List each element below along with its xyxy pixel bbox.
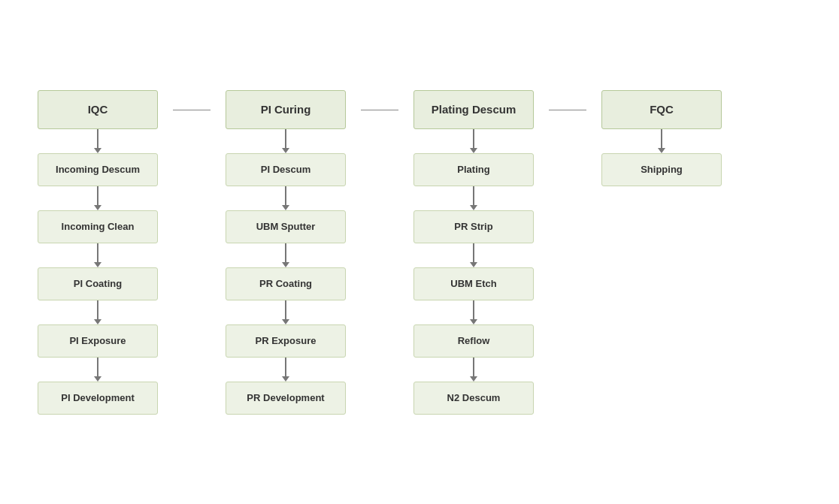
node-pr-development: PR Development — [226, 382, 346, 415]
node-incoming-descum: Incoming Descum — [38, 153, 158, 186]
separator-1-2 — [173, 90, 211, 111]
arrow-3-3 — [470, 243, 477, 267]
arrow-2-3 — [282, 243, 289, 267]
arrow-2-1 — [282, 129, 289, 153]
column-1: IQC Incoming Descum Incoming Clean PI Co… — [23, 90, 173, 415]
separator-2-3 — [361, 90, 398, 111]
arrow-1-2 — [94, 186, 101, 210]
column-4: FQC Shipping — [586, 90, 737, 186]
node-ubm-sputter: UBM Sputter — [226, 210, 346, 243]
node-pi-curing: PI Curing — [226, 90, 346, 129]
arrow-1-5 — [94, 358, 101, 382]
arrow-2-2 — [282, 186, 289, 210]
node-ubm-etch: UBM Etch — [413, 267, 534, 300]
arrow-2-5 — [282, 358, 289, 382]
arrow-1-4 — [94, 300, 101, 324]
arrow-3-5 — [470, 358, 477, 382]
node-incoming-clean: Incoming Clean — [38, 210, 158, 243]
node-shipping: Shipping — [601, 153, 722, 186]
arrow-4-1 — [658, 129, 665, 153]
column-2: PI Curing PI Descum UBM Sputter PR Coati… — [211, 90, 361, 415]
process-flow-diagram: IQC Incoming Descum Incoming Clean PI Co… — [0, 68, 839, 437]
node-pi-development: PI Development — [38, 382, 158, 415]
node-n2-descum: N2 Descum — [413, 382, 534, 415]
node-pi-exposure: PI Exposure — [38, 324, 158, 358]
node-iqc: IQC — [38, 90, 158, 129]
node-pr-coating: PR Coating — [226, 267, 346, 300]
arrow-2-4 — [282, 300, 289, 324]
node-plating-descum: Plating Descum — [413, 90, 534, 129]
arrow-1-1 — [94, 129, 101, 153]
node-pi-coating: PI Coating — [38, 267, 158, 300]
node-pr-strip: PR Strip — [413, 210, 534, 243]
column-3: Plating Descum Plating PR Strip UBM Etch… — [398, 90, 549, 415]
node-plating: Plating — [413, 153, 534, 186]
node-fqc: FQC — [601, 90, 722, 129]
arrow-1-3 — [94, 243, 101, 267]
arrow-3-4 — [470, 300, 477, 324]
arrow-3-2 — [470, 186, 477, 210]
arrow-3-1 — [470, 129, 477, 153]
node-pr-exposure: PR Exposure — [226, 324, 346, 358]
separator-3-4 — [549, 90, 586, 111]
node-pi-descum: PI Descum — [226, 153, 346, 186]
node-reflow: Reflow — [413, 324, 534, 358]
